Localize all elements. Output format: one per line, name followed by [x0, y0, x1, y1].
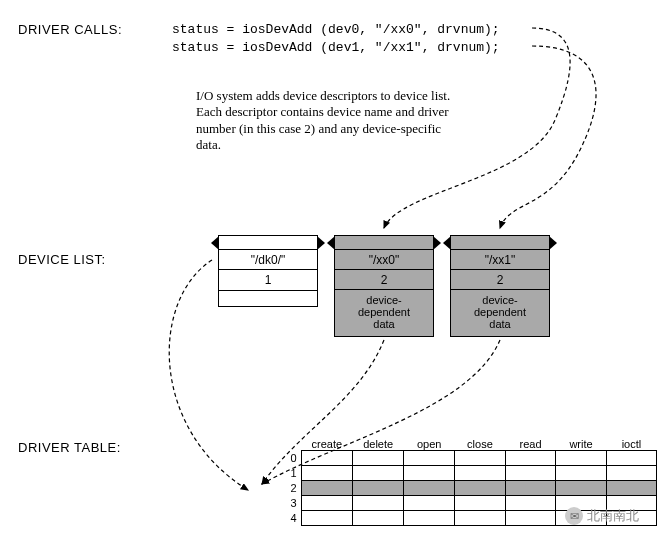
- row-num: 4: [252, 510, 301, 525]
- device-box-1: "/xx0" 2 device-dependentdata: [334, 235, 434, 337]
- row-num: 2: [252, 480, 301, 495]
- col-header: open: [404, 432, 455, 450]
- driver-table-header-row: create delete open close read write ioct…: [252, 432, 657, 450]
- device-box-2: "/xx1" 2 device-dependentdata: [450, 235, 550, 337]
- description-text: I/O system adds device descriptors to de…: [196, 88, 456, 153]
- device-name: "/xx0": [335, 250, 433, 270]
- col-header: create: [301, 432, 352, 450]
- label-device-list: DEVICE LIST:: [18, 252, 106, 267]
- device-data: device-dependentdata: [451, 290, 549, 336]
- device-drvnum: 2: [451, 270, 549, 290]
- row-num: 0: [252, 450, 301, 465]
- col-header: write: [556, 432, 607, 450]
- label-driver-calls: DRIVER CALLS:: [18, 22, 122, 37]
- wechat-icon: ✉: [565, 507, 583, 525]
- device-data: device-dependentdata: [335, 290, 433, 336]
- table-row: 0: [252, 450, 657, 465]
- code-line-2: status = iosDevAdd (dev1, "/xx1", drvnum…: [172, 40, 500, 55]
- label-driver-table: DRIVER TABLE:: [18, 440, 121, 455]
- device-name: "/dk0/": [219, 250, 317, 270]
- code-line-1: status = iosDevAdd (dev0, "/xx0", drvnum…: [172, 22, 500, 37]
- col-header: delete: [353, 432, 404, 450]
- row-num: 3: [252, 495, 301, 510]
- row-num: 1: [252, 465, 301, 480]
- device-drvnum: 1: [219, 270, 317, 290]
- watermark: ✉ 北南南北: [565, 507, 639, 525]
- watermark-text: 北南南北: [587, 507, 639, 525]
- table-row: 1: [252, 465, 657, 480]
- table-row-highlighted: 2: [252, 480, 657, 495]
- col-header: ioctl: [606, 432, 656, 450]
- device-drvnum: 2: [335, 270, 433, 290]
- col-header: read: [505, 432, 555, 450]
- col-header: close: [455, 432, 506, 450]
- device-box-0: "/dk0/" 1: [218, 235, 318, 307]
- device-name: "/xx1": [451, 250, 549, 270]
